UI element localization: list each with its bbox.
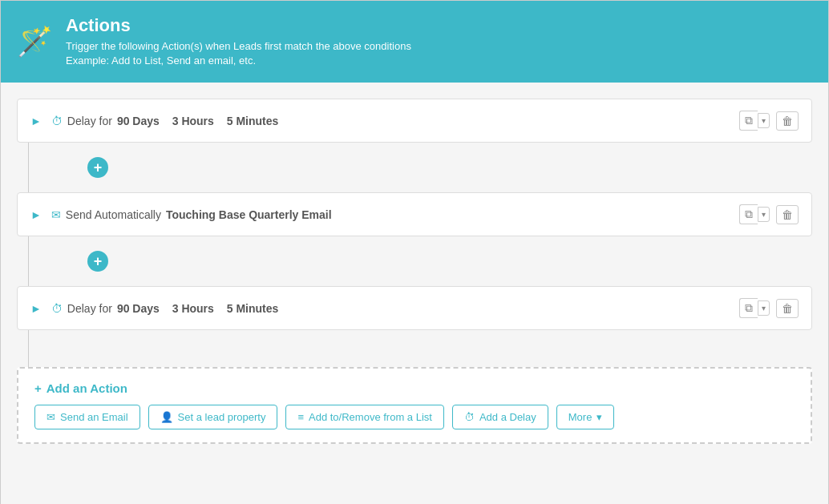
actions-header: 🪄 Actions Trigger the following Action(s…: [1, 1, 828, 83]
action-row-delay-1: ► ⏱ Delay for 90 Days 3 Hours 5 Minutes …: [17, 99, 812, 143]
delete-button-3[interactable]: 🗑: [776, 299, 799, 318]
row-actions-1: ⧉ ▾ 🗑: [739, 111, 799, 131]
action-row-email: ► ✉ Send Automatically Touching Base Qua…: [17, 192, 812, 236]
delete-button-2[interactable]: 🗑: [776, 205, 799, 224]
copy-dropdown-arrow-1[interactable]: ▾: [758, 113, 770, 128]
add-action-title: + Add an Action: [34, 381, 795, 395]
plus-connector-2: +: [39, 243, 812, 280]
content-area: ► ⏱ Delay for 90 Days 3 Hours 5 Minutes …: [1, 83, 828, 504]
action-label-1: ⏱ Delay for 90 Days 3 Hours 5 Minutes: [51, 115, 739, 127]
add-remove-list-button[interactable]: ≡ Add to/Remove from a List: [285, 405, 444, 429]
action-label-2: ✉ Send Automatically Touching Base Quart…: [51, 208, 739, 221]
row-actions-3: ⧉ ▾ 🗑: [739, 298, 799, 318]
connector-line-1: [17, 143, 39, 192]
more-dropdown-arrow: ▾: [596, 411, 602, 423]
add-plus-icon: +: [34, 381, 42, 395]
action-label-3: ⏱ Delay for 90 Days 3 Hours 5 Minutes: [51, 302, 739, 315]
copy-button-1[interactable]: ⧉: [739, 111, 758, 131]
add-action-box: + Add an Action ✉ Send an Email 👤 Set a …: [17, 367, 812, 444]
clock-icon-btn: ⏱: [464, 411, 475, 423]
copy-dropdown-arrow-3[interactable]: ▾: [758, 300, 770, 316]
connector-1: +: [17, 143, 812, 192]
copy-dropdown-arrow-2[interactable]: ▾: [758, 207, 770, 222]
header-description: Trigger the following Action(s) when Lea…: [66, 39, 411, 68]
clock-icon-1: ⏱: [51, 115, 63, 127]
add-action-between-2-3[interactable]: +: [87, 251, 108, 272]
copy-button-3[interactable]: ⧉: [739, 298, 758, 318]
expand-chevron-2[interactable]: ►: [30, 208, 42, 221]
header-text-block: Actions Trigger the following Action(s) …: [66, 15, 411, 68]
plus-connector-1: +: [39, 149, 812, 186]
copy-dropdown-1: ⧉ ▾: [739, 111, 770, 131]
connector-line-2: [17, 236, 39, 286]
set-lead-property-button[interactable]: 👤 Set a lead property: [148, 405, 278, 429]
delete-button-1[interactable]: 🗑: [776, 111, 799, 131]
wand-icon: 🪄: [17, 27, 53, 56]
expand-chevron-3[interactable]: ►: [30, 302, 42, 315]
send-email-button[interactable]: ✉ Send an Email: [34, 405, 140, 429]
row-actions-2: ⧉ ▾ 🗑: [739, 204, 799, 224]
user-icon-btn: 👤: [160, 411, 173, 423]
expand-chevron-1[interactable]: ►: [30, 115, 42, 127]
add-delay-button[interactable]: ⏱ Add a Delay: [452, 405, 548, 429]
trailing-line: [17, 330, 39, 367]
header-title: Actions: [66, 15, 411, 36]
action-row-delay-3: ► ⏱ Delay for 90 Days 3 Hours 5 Minutes …: [17, 286, 812, 330]
connector-content-1: +: [39, 143, 812, 192]
copy-dropdown-3: ⧉ ▾: [739, 298, 770, 318]
action-buttons-group: ✉ Send an Email 👤 Set a lead property ≡ …: [34, 405, 795, 429]
connector-content-2: +: [39, 236, 812, 286]
copy-dropdown-2: ⧉ ▾: [739, 204, 770, 224]
clock-icon-3: ⏱: [51, 302, 63, 315]
envelope-icon-1: ✉: [51, 208, 61, 221]
copy-button-2[interactable]: ⧉: [739, 204, 758, 224]
list-icon-btn: ≡: [297, 411, 304, 423]
trailing-connector: [17, 330, 812, 367]
more-button[interactable]: More ▾: [556, 405, 615, 429]
envelope-icon-btn: ✉: [47, 411, 55, 423]
add-action-between-1-2[interactable]: +: [87, 157, 108, 178]
connector-2: +: [17, 236, 812, 286]
